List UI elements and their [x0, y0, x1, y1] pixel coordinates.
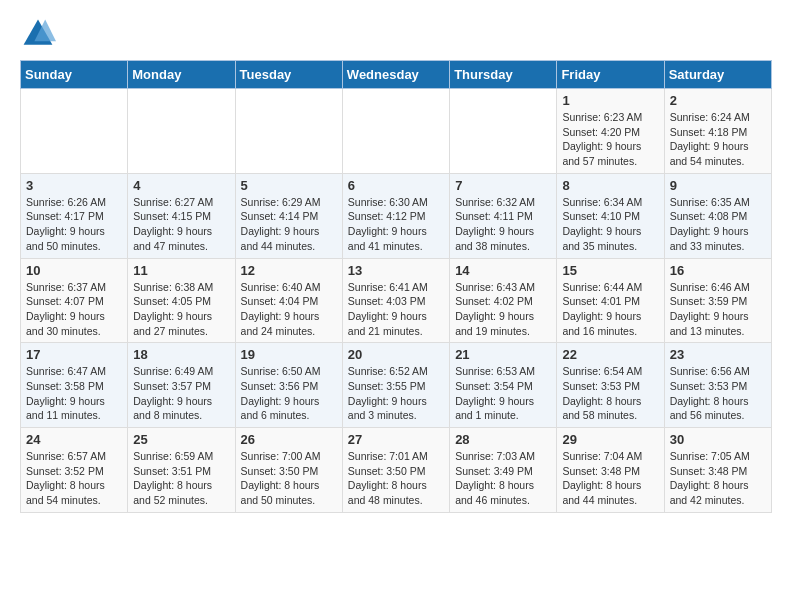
- calendar-body: 1Sunrise: 6:23 AM Sunset: 4:20 PM Daylig…: [21, 89, 772, 513]
- calendar-table: SundayMondayTuesdayWednesdayThursdayFrid…: [20, 60, 772, 513]
- calendar-cell: 18Sunrise: 6:49 AM Sunset: 3:57 PM Dayli…: [128, 343, 235, 428]
- day-number: 29: [562, 432, 658, 447]
- header: [20, 16, 772, 52]
- week-row-2: 10Sunrise: 6:37 AM Sunset: 4:07 PM Dayli…: [21, 258, 772, 343]
- calendar-cell: 27Sunrise: 7:01 AM Sunset: 3:50 PM Dayli…: [342, 428, 449, 513]
- day-header-tuesday: Tuesday: [235, 61, 342, 89]
- day-number: 5: [241, 178, 337, 193]
- calendar-cell: 28Sunrise: 7:03 AM Sunset: 3:49 PM Dayli…: [450, 428, 557, 513]
- calendar-cell: 1Sunrise: 6:23 AM Sunset: 4:20 PM Daylig…: [557, 89, 664, 174]
- calendar-cell: 23Sunrise: 6:56 AM Sunset: 3:53 PM Dayli…: [664, 343, 771, 428]
- logo-icon: [20, 16, 56, 52]
- day-info: Sunrise: 6:59 AM Sunset: 3:51 PM Dayligh…: [133, 449, 229, 508]
- calendar-cell: 6Sunrise: 6:30 AM Sunset: 4:12 PM Daylig…: [342, 173, 449, 258]
- day-info: Sunrise: 6:54 AM Sunset: 3:53 PM Dayligh…: [562, 364, 658, 423]
- day-info: Sunrise: 7:00 AM Sunset: 3:50 PM Dayligh…: [241, 449, 337, 508]
- calendar-cell: 4Sunrise: 6:27 AM Sunset: 4:15 PM Daylig…: [128, 173, 235, 258]
- week-row-0: 1Sunrise: 6:23 AM Sunset: 4:20 PM Daylig…: [21, 89, 772, 174]
- day-number: 7: [455, 178, 551, 193]
- day-header-monday: Monday: [128, 61, 235, 89]
- day-info: Sunrise: 6:50 AM Sunset: 3:56 PM Dayligh…: [241, 364, 337, 423]
- calendar-cell: 16Sunrise: 6:46 AM Sunset: 3:59 PM Dayli…: [664, 258, 771, 343]
- day-info: Sunrise: 6:57 AM Sunset: 3:52 PM Dayligh…: [26, 449, 122, 508]
- week-row-4: 24Sunrise: 6:57 AM Sunset: 3:52 PM Dayli…: [21, 428, 772, 513]
- day-info: Sunrise: 6:30 AM Sunset: 4:12 PM Dayligh…: [348, 195, 444, 254]
- calendar-cell: 29Sunrise: 7:04 AM Sunset: 3:48 PM Dayli…: [557, 428, 664, 513]
- day-info: Sunrise: 6:40 AM Sunset: 4:04 PM Dayligh…: [241, 280, 337, 339]
- calendar-cell: 19Sunrise: 6:50 AM Sunset: 3:56 PM Dayli…: [235, 343, 342, 428]
- day-info: Sunrise: 6:26 AM Sunset: 4:17 PM Dayligh…: [26, 195, 122, 254]
- calendar-cell: 26Sunrise: 7:00 AM Sunset: 3:50 PM Dayli…: [235, 428, 342, 513]
- day-info: Sunrise: 6:37 AM Sunset: 4:07 PM Dayligh…: [26, 280, 122, 339]
- day-number: 23: [670, 347, 766, 362]
- day-info: Sunrise: 6:27 AM Sunset: 4:15 PM Dayligh…: [133, 195, 229, 254]
- day-info: Sunrise: 6:53 AM Sunset: 3:54 PM Dayligh…: [455, 364, 551, 423]
- calendar-cell: 9Sunrise: 6:35 AM Sunset: 4:08 PM Daylig…: [664, 173, 771, 258]
- day-info: Sunrise: 6:32 AM Sunset: 4:11 PM Dayligh…: [455, 195, 551, 254]
- day-info: Sunrise: 6:35 AM Sunset: 4:08 PM Dayligh…: [670, 195, 766, 254]
- day-info: Sunrise: 6:29 AM Sunset: 4:14 PM Dayligh…: [241, 195, 337, 254]
- calendar-cell: 12Sunrise: 6:40 AM Sunset: 4:04 PM Dayli…: [235, 258, 342, 343]
- day-info: Sunrise: 6:43 AM Sunset: 4:02 PM Dayligh…: [455, 280, 551, 339]
- day-number: 19: [241, 347, 337, 362]
- day-number: 1: [562, 93, 658, 108]
- day-info: Sunrise: 6:23 AM Sunset: 4:20 PM Dayligh…: [562, 110, 658, 169]
- day-info: Sunrise: 6:41 AM Sunset: 4:03 PM Dayligh…: [348, 280, 444, 339]
- day-header-sunday: Sunday: [21, 61, 128, 89]
- day-number: 30: [670, 432, 766, 447]
- day-number: 24: [26, 432, 122, 447]
- day-info: Sunrise: 6:34 AM Sunset: 4:10 PM Dayligh…: [562, 195, 658, 254]
- day-info: Sunrise: 7:03 AM Sunset: 3:49 PM Dayligh…: [455, 449, 551, 508]
- day-info: Sunrise: 7:04 AM Sunset: 3:48 PM Dayligh…: [562, 449, 658, 508]
- calendar-cell: 17Sunrise: 6:47 AM Sunset: 3:58 PM Dayli…: [21, 343, 128, 428]
- day-info: Sunrise: 6:56 AM Sunset: 3:53 PM Dayligh…: [670, 364, 766, 423]
- calendar-cell: 15Sunrise: 6:44 AM Sunset: 4:01 PM Dayli…: [557, 258, 664, 343]
- day-info: Sunrise: 6:24 AM Sunset: 4:18 PM Dayligh…: [670, 110, 766, 169]
- day-header-wednesday: Wednesday: [342, 61, 449, 89]
- day-info: Sunrise: 6:47 AM Sunset: 3:58 PM Dayligh…: [26, 364, 122, 423]
- day-number: 10: [26, 263, 122, 278]
- day-info: Sunrise: 7:01 AM Sunset: 3:50 PM Dayligh…: [348, 449, 444, 508]
- day-info: Sunrise: 6:44 AM Sunset: 4:01 PM Dayligh…: [562, 280, 658, 339]
- day-number: 25: [133, 432, 229, 447]
- page: SundayMondayTuesdayWednesdayThursdayFrid…: [0, 0, 792, 529]
- logo: [20, 16, 60, 52]
- day-number: 11: [133, 263, 229, 278]
- day-info: Sunrise: 6:49 AM Sunset: 3:57 PM Dayligh…: [133, 364, 229, 423]
- day-number: 6: [348, 178, 444, 193]
- calendar-cell: 11Sunrise: 6:38 AM Sunset: 4:05 PM Dayli…: [128, 258, 235, 343]
- day-header-saturday: Saturday: [664, 61, 771, 89]
- day-number: 12: [241, 263, 337, 278]
- day-number: 22: [562, 347, 658, 362]
- day-info: Sunrise: 6:38 AM Sunset: 4:05 PM Dayligh…: [133, 280, 229, 339]
- calendar-cell: 7Sunrise: 6:32 AM Sunset: 4:11 PM Daylig…: [450, 173, 557, 258]
- day-header-friday: Friday: [557, 61, 664, 89]
- day-info: Sunrise: 6:46 AM Sunset: 3:59 PM Dayligh…: [670, 280, 766, 339]
- day-number: 4: [133, 178, 229, 193]
- day-number: 16: [670, 263, 766, 278]
- calendar-cell: 20Sunrise: 6:52 AM Sunset: 3:55 PM Dayli…: [342, 343, 449, 428]
- calendar-cell: 22Sunrise: 6:54 AM Sunset: 3:53 PM Dayli…: [557, 343, 664, 428]
- calendar-cell: [235, 89, 342, 174]
- week-row-3: 17Sunrise: 6:47 AM Sunset: 3:58 PM Dayli…: [21, 343, 772, 428]
- day-number: 18: [133, 347, 229, 362]
- day-info: Sunrise: 7:05 AM Sunset: 3:48 PM Dayligh…: [670, 449, 766, 508]
- day-number: 13: [348, 263, 444, 278]
- calendar-header: SundayMondayTuesdayWednesdayThursdayFrid…: [21, 61, 772, 89]
- day-number: 2: [670, 93, 766, 108]
- calendar-cell: 30Sunrise: 7:05 AM Sunset: 3:48 PM Dayli…: [664, 428, 771, 513]
- day-number: 28: [455, 432, 551, 447]
- days-header-row: SundayMondayTuesdayWednesdayThursdayFrid…: [21, 61, 772, 89]
- day-number: 20: [348, 347, 444, 362]
- day-number: 3: [26, 178, 122, 193]
- calendar-cell: 24Sunrise: 6:57 AM Sunset: 3:52 PM Dayli…: [21, 428, 128, 513]
- calendar-cell: 25Sunrise: 6:59 AM Sunset: 3:51 PM Dayli…: [128, 428, 235, 513]
- calendar-cell: 21Sunrise: 6:53 AM Sunset: 3:54 PM Dayli…: [450, 343, 557, 428]
- calendar-cell: 10Sunrise: 6:37 AM Sunset: 4:07 PM Dayli…: [21, 258, 128, 343]
- calendar-cell: 2Sunrise: 6:24 AM Sunset: 4:18 PM Daylig…: [664, 89, 771, 174]
- day-number: 27: [348, 432, 444, 447]
- calendar-cell: 13Sunrise: 6:41 AM Sunset: 4:03 PM Dayli…: [342, 258, 449, 343]
- day-number: 14: [455, 263, 551, 278]
- day-number: 9: [670, 178, 766, 193]
- day-number: 26: [241, 432, 337, 447]
